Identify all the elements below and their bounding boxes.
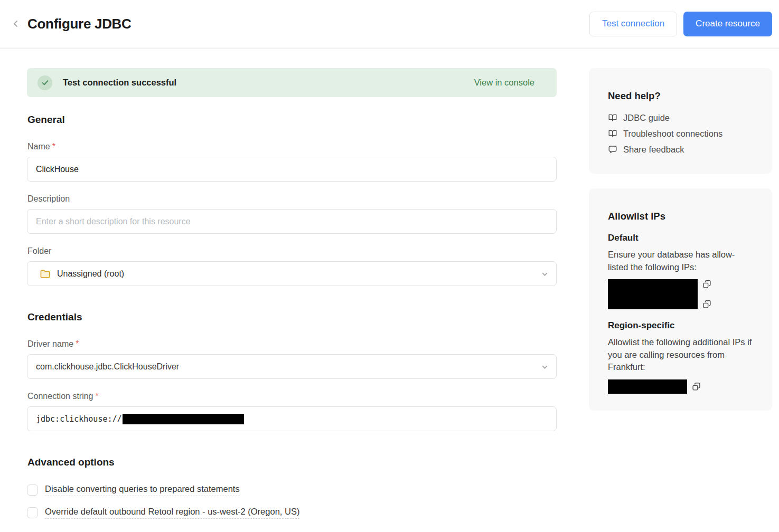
driver-name-select[interactable]: com.clickhouse.jdbc.ClickHouseDriver [27, 354, 557, 379]
allowlist-heading: Allowlist IPs [608, 211, 753, 222]
need-help-card: Need help? JDBC guide Troubleshoot conne… [589, 68, 772, 174]
connection-string-input[interactable]: jdbc:clickhouse:// [27, 406, 557, 431]
redacted-region-ips [608, 379, 687, 394]
success-banner: Test connection successful View in conso… [27, 68, 557, 97]
sidebar: Need help? JDBC guide Troubleshoot conne… [589, 49, 772, 411]
folder-label: Folder [27, 246, 51, 256]
override-region-checkbox[interactable] [27, 507, 38, 518]
page-header: Configure JDBC Test connection Create re… [0, 0, 779, 49]
test-connection-button[interactable]: Test connection [589, 12, 677, 36]
check-circle-icon [37, 75, 52, 90]
description-input[interactable] [27, 209, 557, 234]
option-row-override-region: Override default outbound Retool region … [27, 507, 557, 519]
help-link-label: JDBC guide [623, 113, 670, 123]
option-row-prepared-statements: Disable converting queries to prepared s… [27, 484, 557, 496]
required-marker: * [52, 142, 55, 151]
general-heading: General [27, 113, 557, 126]
allowlist-region-text: Allowlist the following additional IPs i… [608, 336, 753, 374]
create-resource-button[interactable]: Create resource [683, 12, 772, 36]
description-label: Description [27, 194, 70, 204]
view-in-console-link[interactable]: View in console [474, 78, 534, 88]
name-label: Name [27, 142, 50, 151]
chevron-left-icon [12, 20, 20, 28]
connection-string-label: Connection string [27, 392, 93, 401]
allowlist-default-text: Ensure your database has allow-listed th… [608, 249, 753, 273]
need-help-heading: Need help? [608, 90, 753, 102]
copy-icon[interactable] [692, 382, 701, 391]
book-open-icon [608, 129, 617, 138]
help-link-label: Troubleshoot connections [623, 129, 722, 139]
redacted-connection-value [123, 414, 244, 424]
help-link-troubleshoot[interactable]: Troubleshoot connections [608, 126, 753, 141]
advanced-options-heading: Advanced options [27, 456, 557, 468]
folder-icon [40, 269, 51, 279]
help-link-share-feedback[interactable]: Share feedback [608, 141, 753, 157]
name-input[interactable] [27, 157, 557, 182]
folder-value: Unassigned (root) [57, 269, 124, 279]
chat-bubble-icon [608, 145, 617, 154]
folder-select[interactable]: Unassigned (root) [27, 261, 557, 286]
required-marker: * [96, 392, 99, 401]
back-button[interactable] [10, 17, 22, 30]
driver-name-label: Driver name [27, 339, 73, 349]
allowlist-region-heading: Region-specific [608, 320, 753, 331]
required-marker: * [76, 339, 79, 348]
prepared-statements-label: Disable converting queries to prepared s… [45, 484, 240, 496]
allowlist-default-heading: Default [608, 233, 753, 243]
help-link-label: Share feedback [623, 145, 684, 155]
header-actions: Test connection Create resource [589, 12, 772, 36]
connection-string-value: jdbc:clickhouse:// [36, 414, 122, 424]
credentials-heading: Credentials [27, 311, 557, 323]
copy-icon[interactable] [702, 300, 711, 309]
book-open-icon [608, 113, 617, 122]
driver-name-value: com.clickhouse.jdbc.ClickHouseDriver [36, 362, 179, 372]
prepared-statements-checkbox[interactable] [27, 484, 38, 496]
allowlist-ips-card: Allowlist IPs Default Ensure your databa… [589, 188, 772, 411]
main-content: Test connection successful View in conso… [27, 49, 557, 519]
banner-message: Test connection successful [63, 78, 176, 88]
override-region-label: Override default outbound Retool region … [45, 507, 299, 519]
default-ips-row [608, 279, 753, 309]
chevron-down-icon [541, 364, 548, 370]
page-title: Configure JDBC [27, 16, 132, 32]
copy-icon[interactable] [702, 280, 711, 289]
chevron-down-icon [541, 271, 548, 278]
help-link-jdbc-guide[interactable]: JDBC guide [608, 110, 753, 126]
redacted-default-ips [608, 279, 698, 309]
region-ips-row [608, 379, 753, 394]
